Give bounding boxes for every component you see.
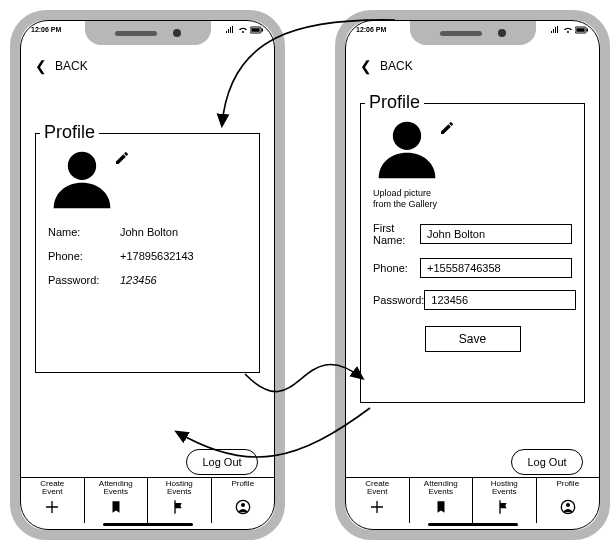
svg-point-3 (68, 152, 96, 180)
password-row: Password: 123456 (48, 274, 247, 286)
name-row: Name: John Bolton (48, 226, 247, 238)
wifi-icon (563, 26, 573, 34)
phone-label: Phone: (373, 262, 420, 274)
nav-profile[interactable]: Profile (212, 478, 275, 523)
flag-icon (171, 499, 187, 515)
logout-button[interactable]: Log Out (511, 449, 583, 475)
svg-point-5 (241, 503, 245, 507)
home-indicator (428, 523, 518, 526)
profile-card: Profile Name: John Bolton Phone: (35, 133, 260, 373)
password-label: Password: (48, 274, 120, 286)
nav-create-event[interactable]: Create Event (346, 478, 410, 523)
bookmark-icon (434, 499, 448, 515)
nav-attending-events[interactable]: Attending Events (85, 478, 149, 523)
status-time: 12:06 PM (356, 26, 386, 33)
edit-icon[interactable] (439, 120, 455, 136)
svg-rect-7 (576, 28, 584, 32)
profile-icon (235, 499, 251, 515)
first-name-row: First Name: (373, 222, 572, 246)
svg-rect-8 (587, 29, 589, 32)
nav-hosting-events[interactable]: Hosting Events (473, 478, 537, 523)
profile-title: Profile (365, 92, 424, 113)
profile-icon (560, 499, 576, 515)
save-button[interactable]: Save (425, 326, 521, 352)
back-label: BACK (380, 59, 413, 73)
profile-edit-card: Profile Upload picturefrom the Gallery F… (360, 103, 585, 403)
battery-icon (250, 26, 264, 34)
signal-icon (551, 26, 561, 34)
back-button[interactable]: ❮ BACK (35, 59, 260, 73)
person-icon (373, 116, 441, 184)
back-label: BACK (55, 59, 88, 73)
phone-edit-profile: 12:06 PM ❮ BACK Profile (335, 10, 610, 540)
svg-point-9 (393, 122, 421, 150)
edit-icon[interactable] (114, 150, 130, 166)
password-value: 123456 (120, 274, 157, 286)
phone-input[interactable] (420, 258, 572, 278)
password-row: Password: (373, 290, 572, 310)
plus-icon (369, 499, 385, 515)
status-bar: 12:06 PM (346, 26, 599, 40)
bottom-nav: Create Event Attending Events Hosting Ev… (346, 477, 599, 523)
first-name-input[interactable] (420, 224, 572, 244)
nav-profile[interactable]: Profile (537, 478, 600, 523)
password-label: Password: (373, 294, 424, 306)
name-value: John Bolton (120, 226, 178, 238)
bookmark-icon (109, 499, 123, 515)
upload-note: Upload picturefrom the Gallery (373, 188, 572, 210)
avatar[interactable] (373, 116, 453, 184)
nav-attending-events[interactable]: Attending Events (410, 478, 474, 523)
person-icon (48, 146, 116, 214)
profile-title: Profile (40, 122, 99, 143)
svg-point-11 (566, 503, 570, 507)
svg-rect-1 (251, 28, 259, 32)
battery-icon (575, 26, 589, 34)
wifi-icon (238, 26, 248, 34)
home-indicator (103, 523, 193, 526)
svg-rect-2 (262, 29, 264, 32)
phone-label: Phone: (48, 250, 120, 262)
back-button[interactable]: ❮ BACK (360, 59, 585, 73)
phone-value: +17895632143 (120, 250, 194, 262)
first-name-label: First Name: (373, 222, 420, 246)
nav-create-event[interactable]: Create Event (21, 478, 85, 523)
chevron-left-icon: ❮ (35, 59, 47, 73)
avatar[interactable] (48, 146, 128, 214)
status-bar: 12:06 PM (21, 26, 274, 40)
logout-button[interactable]: Log Out (186, 449, 258, 475)
phone-row: Phone: +17895632143 (48, 250, 247, 262)
chevron-left-icon: ❮ (360, 59, 372, 73)
nav-hosting-events[interactable]: Hosting Events (148, 478, 212, 523)
plus-icon (44, 499, 60, 515)
signal-icon (226, 26, 236, 34)
phone-row: Phone: (373, 258, 572, 278)
bottom-nav: Create Event Attending Events Hosting Ev… (21, 477, 274, 523)
password-input[interactable] (424, 290, 576, 310)
flag-icon (496, 499, 512, 515)
status-time: 12:06 PM (31, 26, 61, 33)
name-label: Name: (48, 226, 120, 238)
phone-view-profile: 12:06 PM ❮ BACK Profile (10, 10, 285, 540)
